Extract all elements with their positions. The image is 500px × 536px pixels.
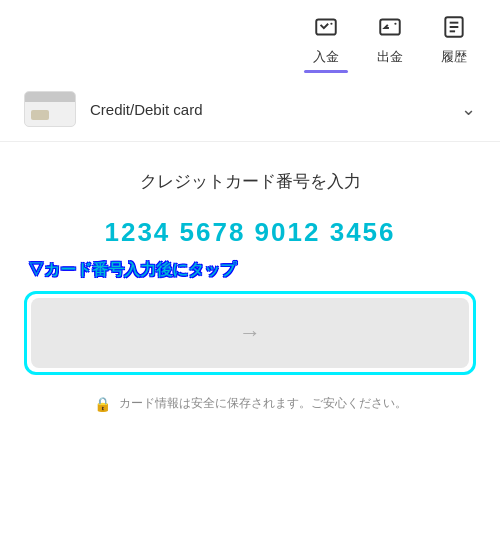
credit-card-thumbnail xyxy=(24,91,76,127)
page-wrapper: 入金 出金 xyxy=(0,0,500,536)
arrow-right-icon: → xyxy=(239,320,261,346)
chevron-down-icon: ⌄ xyxy=(461,98,476,120)
card-section-header[interactable]: Credit/Debit card ⌄ xyxy=(0,73,500,142)
svg-rect-2 xyxy=(380,19,400,34)
submit-button[interactable]: → xyxy=(31,298,469,368)
card-number-display: 1234 5678 9012 3456 xyxy=(104,217,395,248)
instruction-text: クレジットカード番号を入力 xyxy=(140,170,361,193)
svg-point-3 xyxy=(394,23,396,25)
withdraw-label: 出金 xyxy=(377,48,403,66)
nav-item-history[interactable]: 履歴 xyxy=(432,14,476,73)
security-notice: 🔒 カード情報は安全に保存されます。ご安心ください。 xyxy=(94,395,407,412)
annotation-text: ▽カード番号入力後にタップ xyxy=(24,260,476,281)
card-section-left: Credit/Debit card xyxy=(24,91,203,127)
history-label: 履歴 xyxy=(441,48,467,66)
security-text: カード情報は安全に保存されます。ご安心ください。 xyxy=(119,395,407,412)
main-content: クレジットカード番号を入力 1234 5678 9012 3456 ▽カード番号… xyxy=(0,142,500,536)
history-icon xyxy=(441,14,467,46)
nav-item-deposit[interactable]: 入金 xyxy=(304,14,348,73)
svg-point-1 xyxy=(330,23,332,25)
submit-button-wrapper: → xyxy=(24,291,476,375)
nav-item-withdraw[interactable]: 出金 xyxy=(368,14,412,73)
deposit-icon xyxy=(313,14,339,46)
withdraw-icon xyxy=(377,14,403,46)
lock-icon: 🔒 xyxy=(94,396,111,412)
top-nav: 入金 出金 xyxy=(0,0,500,73)
deposit-label: 入金 xyxy=(313,48,339,66)
card-section-title: Credit/Debit card xyxy=(90,101,203,118)
